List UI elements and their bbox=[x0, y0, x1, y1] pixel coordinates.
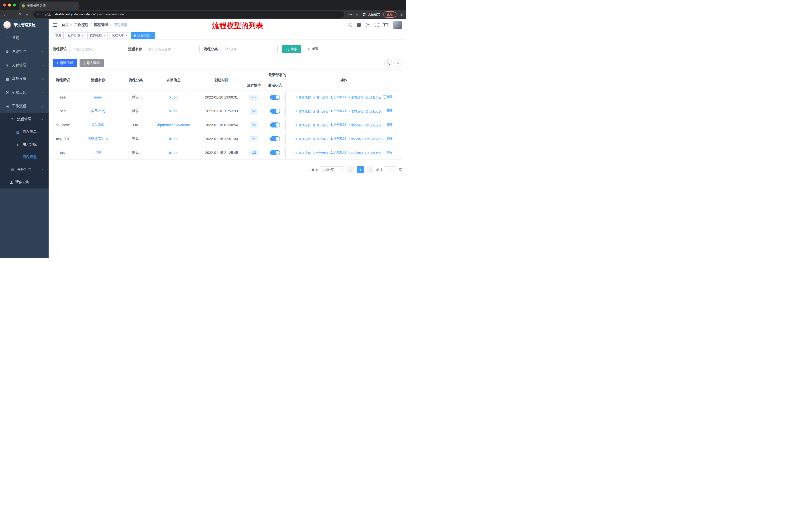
sidebar-item-home[interactable]: ◔ 首页 bbox=[0, 31, 49, 45]
form-info-link[interactable]: biubiu bbox=[169, 95, 178, 99]
reset-button[interactable]: ↻ 重置 bbox=[304, 45, 322, 53]
edit-process-link[interactable]: ✎修改流程 bbox=[295, 123, 311, 128]
close-icon[interactable]: × bbox=[81, 34, 83, 37]
github-icon[interactable] bbox=[357, 23, 361, 27]
back-icon[interactable]: ← bbox=[2, 12, 7, 17]
active-toggle[interactable] bbox=[270, 109, 280, 114]
tab-close-icon[interactable]: × bbox=[74, 4, 77, 8]
breadcrumb-workflow[interactable]: 工作流程 bbox=[74, 23, 88, 27]
design-process-link[interactable]: ◎设计流程 bbox=[313, 109, 328, 114]
active-toggle[interactable] bbox=[270, 95, 280, 100]
active-toggle[interactable] bbox=[270, 150, 280, 155]
tag-process-model[interactable]: 流程模型 × bbox=[132, 32, 155, 39]
process-name-input[interactable] bbox=[145, 45, 200, 53]
home-icon[interactable]: ⌂ bbox=[24, 12, 29, 17]
sidebar-item-leave-query[interactable]: 请假查询 bbox=[0, 176, 49, 188]
breadcrumb-process-management[interactable]: 流程管理 bbox=[94, 23, 108, 27]
assign-rule-link[interactable]: 分配规则 bbox=[330, 151, 346, 155]
page-size-select[interactable]: 10条/页 bbox=[321, 166, 345, 173]
key-icon[interactable] bbox=[348, 12, 352, 17]
goto-page-input[interactable] bbox=[385, 166, 396, 173]
edit-process-link[interactable]: ✎修改流程 bbox=[295, 109, 311, 114]
tag-process-form[interactable]: 流程表单 × bbox=[109, 32, 130, 39]
page-number-button[interactable]: 1 bbox=[357, 166, 364, 173]
assign-rule-link[interactable]: 分配规则 bbox=[330, 137, 346, 141]
process-name-link[interactable]: 滔博 bbox=[95, 151, 102, 155]
question-icon[interactable] bbox=[366, 23, 370, 27]
tag-home[interactable]: 首页 bbox=[53, 32, 64, 39]
delete-process-link[interactable]: 删除 bbox=[384, 150, 393, 155]
assign-rule-link[interactable]: 分配规则 bbox=[330, 95, 346, 99]
sidebar-item-process-form[interactable]: ▥ 流程表单 bbox=[0, 126, 49, 138]
process-definition-link[interactable]: 流程定义 bbox=[365, 96, 382, 100]
process-definition-link[interactable]: 流程定义 bbox=[365, 109, 382, 114]
sidebar-item-system[interactable]: ⚙ 系统管理 bbox=[0, 45, 49, 58]
delete-process-link[interactable]: 删除 bbox=[384, 95, 393, 99]
delete-process-link[interactable]: 删除 bbox=[384, 136, 393, 141]
active-toggle[interactable] bbox=[270, 123, 280, 128]
sidebar-item-process-management[interactable]: ≡ 流程管理 bbox=[0, 113, 49, 126]
form-info-link[interactable]: biubiu bbox=[169, 151, 178, 155]
form-info-link[interactable]: /bpm/oa/leave/create bbox=[157, 123, 190, 127]
sidebar-item-workflow[interactable]: ▣ 工作流程 bbox=[0, 99, 49, 113]
fullscreen-icon[interactable] bbox=[375, 23, 379, 27]
close-icon[interactable]: × bbox=[104, 34, 106, 37]
sidebar-item-infrastructure[interactable]: ▤ 基础设施 bbox=[0, 72, 49, 86]
process-definition-link[interactable]: 流程定义 bbox=[365, 151, 382, 155]
edit-process-link[interactable]: ✎修改流程 bbox=[295, 96, 311, 100]
process-name-link[interactable]: 自己审批 bbox=[91, 109, 105, 113]
delete-process-link[interactable]: 删除 bbox=[384, 109, 393, 113]
breadcrumb-home[interactable]: 首页 bbox=[62, 23, 69, 27]
process-category-select[interactable]: 流程分类 bbox=[220, 45, 278, 53]
publish-process-link[interactable]: ✈发布流程 bbox=[348, 109, 363, 114]
design-process-link[interactable]: ◎设计流程 bbox=[313, 96, 328, 100]
publish-process-link[interactable]: ✈发布流程 bbox=[348, 151, 363, 155]
user-avatar[interactable] bbox=[393, 21, 402, 29]
forward-icon[interactable]: → bbox=[10, 12, 15, 17]
process-name-link[interactable]: OA 请假 bbox=[92, 123, 105, 127]
sidebar-item-task-management[interactable]: ▦ 任务管理 bbox=[0, 163, 49, 176]
design-process-link[interactable]: ◎设计流程 bbox=[313, 137, 328, 141]
app-logo[interactable]: 芋道管理系统 bbox=[0, 19, 49, 31]
edit-process-link[interactable]: ✎修改流程 bbox=[295, 137, 311, 141]
assign-rule-link[interactable]: 分配规则 bbox=[330, 109, 346, 113]
reload-icon[interactable]: ↻ bbox=[17, 12, 22, 17]
sidebar-item-user-group[interactable]: ☺ 用户分组 bbox=[0, 138, 49, 151]
close-icon[interactable]: × bbox=[151, 34, 153, 37]
process-definition-link[interactable]: 流程定义 bbox=[365, 137, 382, 141]
design-process-link[interactable]: ◎设计流程 bbox=[313, 123, 328, 128]
window-close-button[interactable] bbox=[3, 3, 6, 6]
font-size-icon[interactable]: ꓔT bbox=[383, 23, 388, 27]
prev-page-button[interactable] bbox=[347, 166, 354, 173]
publish-process-link[interactable]: ✈发布流程 bbox=[348, 96, 363, 100]
address-bar[interactable]: ⚠ 不安全 dashboard.yudao.iocoder.cn/bpm/man… bbox=[33, 11, 344, 18]
update-button[interactable]: 更新 bbox=[383, 11, 397, 18]
active-toggle[interactable] bbox=[270, 136, 280, 141]
star-icon[interactable]: ☆ bbox=[355, 12, 359, 17]
new-tab-button[interactable]: + bbox=[83, 3, 86, 8]
sidebar-item-payment[interactable]: ¥ 支付管理 bbox=[0, 58, 49, 72]
toggle-search-button[interactable] bbox=[384, 59, 392, 67]
next-page-button[interactable] bbox=[367, 166, 374, 173]
delete-process-link[interactable]: 删除 bbox=[384, 123, 393, 127]
assign-rule-link[interactable]: 分配规则 bbox=[330, 123, 346, 127]
tag-tenant-management[interactable]: 租户管理 × bbox=[65, 32, 86, 39]
process-definition-link[interactable]: 流程定义 bbox=[365, 123, 382, 128]
sidebar-item-process-model[interactable]: ✈ 流程模型 bbox=[0, 151, 49, 163]
window-minimize-button[interactable] bbox=[8, 3, 11, 6]
menu-fold-icon[interactable] bbox=[53, 23, 57, 27]
publish-process-link[interactable]: ✈发布流程 bbox=[348, 123, 363, 128]
kebab-menu-icon[interactable]: ⋮ bbox=[400, 12, 404, 17]
form-info-link[interactable]: biubiu bbox=[169, 109, 178, 113]
tag-my-process[interactable]: 我的流程 × bbox=[87, 32, 108, 39]
form-info-link[interactable]: biubiu bbox=[169, 137, 178, 141]
create-process-button[interactable]: + 新建流程 bbox=[53, 59, 77, 67]
process-name-link[interactable]: eeee bbox=[94, 95, 102, 99]
process-name-link[interactable]: 测试多审批人 bbox=[88, 137, 109, 141]
browser-tab[interactable]: 芋道管理系统 × bbox=[19, 1, 79, 10]
sidebar-item-devtools[interactable]: ⚒ 研发工具 bbox=[0, 86, 49, 99]
close-icon[interactable]: × bbox=[125, 34, 127, 37]
window-zoom-button[interactable] bbox=[13, 3, 16, 6]
refresh-table-button[interactable]: ↻ bbox=[395, 59, 402, 67]
search-icon[interactable] bbox=[349, 23, 352, 27]
